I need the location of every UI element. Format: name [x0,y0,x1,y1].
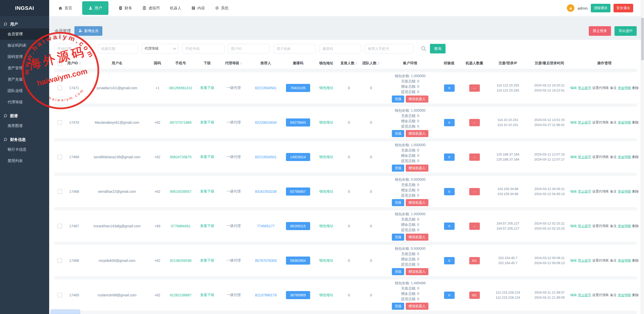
scrollbar-thumb[interactable] [641,18,644,60]
row-checkbox[interactable] [57,155,62,159]
invite-code-badge[interactable]: 14923014 [286,153,310,161]
action-edit[interactable]: 编辑 [570,224,577,228]
nav-item-1[interactable]: 用户 [82,1,108,15]
wallet-address-link[interactable]: 钱包地址 [319,293,333,297]
exp-badge[interactable]: 0 [444,223,455,230]
referrer-link[interactable]: 774505177 [257,224,275,228]
action-fund-details[interactable]: 资金明细 [618,224,631,228]
invite-code-badge[interactable]: 76431105 [286,84,310,92]
robot-count-badge[interactable]: 0/1 [469,292,480,299]
invite-code-badge[interactable]: 04275843 [286,118,310,127]
gift-robot-button[interactable]: 赠送机器人 [406,165,428,172]
sort-icon[interactable]: ▲▼ [79,61,81,65]
sidebar-item-0-6[interactable]: 代理等级 [0,97,49,108]
action-remark[interactable]: 备注 [610,189,617,194]
referrer-link[interactable]: 82220624434 [255,120,277,124]
action-set-agent[interactable]: 设置代理商 [592,155,609,159]
sidebar-item-1-0[interactable]: 推荐图谱 [0,120,49,132]
action-edit[interactable]: 编辑 [570,120,577,125]
user-name-input[interactable] [273,44,316,53]
action-set-agent[interactable]: 设置代理商 [592,224,609,228]
robot-count-badge[interactable]: -- [469,119,480,126]
robot-count-badge[interactable]: -- [469,153,480,161]
wallet-address-link[interactable]: 钱包地址 [319,224,333,228]
action-forbid-withdraw[interactable]: 禁止提币 [578,86,591,90]
sidebar-item-2-1[interactable]: 禁用列表 [0,155,49,167]
action-forbid-withdraw[interactable]: 禁止提币 [578,293,591,297]
view-subordinates-link[interactable]: 查看下级 [200,189,214,194]
agent-level-select[interactable]: 代理等级 [141,44,179,53]
action-remark[interactable]: 备注 [610,120,617,125]
recharge-button[interactable]: 充值 [392,96,404,103]
action-fund-details[interactable]: 资金明细 [618,189,631,194]
view-subordinates-link[interactable]: 查看下级 [200,293,214,297]
wallet-address-link[interactable]: 钱包地址 [319,86,333,90]
export-selected-button[interactable]: 导出选中 [614,26,637,36]
nav-item-5[interactable]: 内容 [191,0,205,16]
action-edit[interactable]: 编辑 [570,293,577,297]
gift-robot-button[interactable]: 赠送机器人 [406,96,428,103]
exp-badge[interactable]: 0 [444,188,455,195]
referrer-link[interactable]: 83161553239 [255,190,277,194]
action-delete[interactable]: 删除 [632,224,639,228]
phone-input[interactable] [182,44,224,53]
robot-count-badge[interactable]: -- [469,188,480,195]
sidebar-item-0-5[interactable]: 团队业绩 [0,85,49,97]
exp-badge[interactable]: 0 [444,84,455,92]
action-fund-details[interactable]: 资金明细 [618,155,631,159]
search-icon[interactable] [421,46,427,52]
row-checkbox[interactable] [57,120,62,125]
recharge-button[interactable]: 充值 [392,130,404,137]
robot-count-badge[interactable]: -- [469,223,480,230]
recharge-button[interactable]: 充值 [392,268,404,275]
sidebar-item-0-0[interactable]: 会员管理 [0,28,49,40]
gift-robot-button[interactable]: 赠送机器人 [406,130,428,137]
nav-item-0[interactable]: 首页 [58,0,72,16]
view-subordinates-link[interactable]: 查看下级 [200,224,214,228]
robot-count-badge[interactable]: -- [469,84,480,92]
action-edit[interactable]: 编辑 [570,189,577,194]
exp-badge[interactable]: 0 [444,292,455,299]
invite-code-input[interactable] [319,44,361,53]
gift-robot-button[interactable]: 赠送机器人 [406,268,428,275]
invite-code-badge[interactable]: 36760969 [286,291,310,299]
action-set-agent[interactable]: 设置代理商 [592,120,609,125]
referrer-phone-input[interactable] [365,44,414,53]
action-delete[interactable]: 删除 [632,86,639,90]
action-forbid-withdraw[interactable]: 禁止提币 [578,258,591,263]
action-forbid-withdraw[interactable]: 禁止提币 [578,224,591,228]
gift-robot-button[interactable]: 赠送机器人 [406,199,428,206]
action-fund-details[interactable]: 资金明细 [618,258,631,263]
nav-item-4[interactable]: 机器人 [170,0,181,16]
action-fund-details[interactable]: 资金明细 [618,293,631,297]
action-delete[interactable]: 删除 [632,189,639,194]
invite-code-badge[interactable]: 80169115 [286,222,310,230]
action-forbid-withdraw[interactable]: 禁止提币 [578,189,591,194]
referrer-link[interactable]: 82213504501 [255,86,277,90]
column-header-0[interactable]: 用户ID▲▼ [65,61,83,66]
action-fund-details[interactable]: 资金明细 [618,120,631,125]
sidebar-item-0-3[interactable]: 资产管理 [0,62,49,74]
sidebar-item-0-4[interactable]: 资产充值 [0,74,49,85]
action-set-agent[interactable]: 设置代理商 [592,189,609,194]
exp-badge[interactable]: 0 [444,153,455,161]
avatar[interactable]: a [567,4,574,12]
wallet-address-link[interactable]: 钱包地址 [319,189,333,194]
logout-button[interactable]: 安全退出 [613,4,633,12]
action-edit[interactable]: 编辑 [570,155,577,159]
exp-badge[interactable]: 0 [444,257,455,264]
sort-icon[interactable]: ▲▼ [356,61,358,65]
recharge-button[interactable]: 充值 [392,234,404,241]
nav-item-6[interactable]: ⚙系统 [215,0,228,16]
invite-code-badge[interactable]: 58382904 [286,257,310,265]
gift-robot-button[interactable]: 赠送机器人 [406,234,428,241]
action-remark[interactable]: 备注 [610,258,617,263]
invite-code-badge[interactable]: 92795807 [286,187,310,196]
recharge-button[interactable]: 充值 [392,303,404,310]
view-subordinates-link[interactable]: 查看下级 [200,120,214,125]
referrer-link[interactable]: 82137990179 [255,293,277,297]
select-all-checkbox[interactable] [57,61,62,66]
wallet-address-link[interactable]: 钱包地址 [319,155,333,159]
forbid-login-button[interactable]: 禁止登录 [589,26,611,36]
action-delete[interactable]: 删除 [632,293,639,297]
